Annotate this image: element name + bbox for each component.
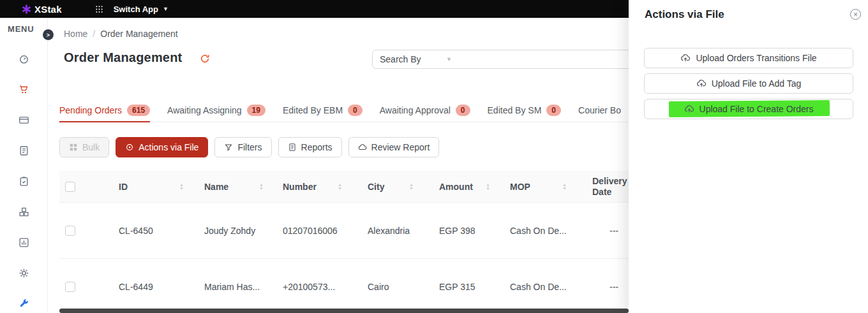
column-header-delivery-date: Delivery Date <box>592 176 631 198</box>
review-report-button[interactable]: Review Report <box>348 137 440 157</box>
sort-icons[interactable]: ▲▼ <box>338 183 342 191</box>
cell-mop: Cash On De... <box>504 259 581 313</box>
page-title: Order Management <box>64 50 182 65</box>
xstak-flower-icon <box>22 4 31 14</box>
upload-file-to-add-tag-button[interactable]: Upload File to Add Tag <box>644 73 853 94</box>
cloud-icon <box>358 143 367 152</box>
switch-app-button[interactable]: Switch App ▼ <box>114 4 168 14</box>
tab-label: Courier Bo <box>578 105 621 115</box>
orders-cart-icon[interactable] <box>19 84 29 95</box>
tab-count-badge: 0 <box>348 105 363 116</box>
cell-id: CL-6449 <box>114 259 198 313</box>
drawer-body: Upload Orders Transitions File Upload Fi… <box>644 48 853 124</box>
refresh-icon[interactable] <box>200 54 210 64</box>
filters-button[interactable]: Filters <box>214 137 271 157</box>
switch-app-label: Switch App <box>114 4 158 14</box>
tab-count-badge: 615 <box>127 105 150 116</box>
upload-file-to-create-orders-label: Upload File to Create Orders <box>700 104 814 114</box>
sort-icons[interactable]: ▲▼ <box>179 183 184 191</box>
actions-via-file-button[interactable]: Actions via File <box>116 137 208 157</box>
drawer-title: Actions via File <box>645 8 724 21</box>
menu-label: MENU <box>8 24 34 34</box>
tab-label: Awaiting Assigning <box>167 105 241 115</box>
inventory-boxes-icon[interactable] <box>19 207 29 217</box>
cell-name: Mariam Has... <box>198 259 278 313</box>
tab-label: Edited By EBM <box>283 105 343 115</box>
breadcrumb-current: Order Management <box>100 29 177 39</box>
search-by-select[interactable]: Search By ▼ <box>372 50 460 69</box>
table-row[interactable]: CL-6450 Joudy Zohdy 01207016006 Alexandr… <box>59 203 631 259</box>
row-checkbox[interactable] <box>65 282 75 292</box>
reports-button[interactable]: Reports <box>278 137 342 157</box>
table-row[interactable]: CL-6449 Mariam Has... +20100573... Cairo… <box>59 259 631 313</box>
tools-wrench-icon[interactable] <box>19 298 29 309</box>
cell-delivery-date: --- <box>581 203 631 258</box>
cell-mop: Cash On De... <box>504 203 581 258</box>
column-header-mop: MOP <box>510 182 530 192</box>
bulk-grid-icon <box>69 143 78 152</box>
select-all-checkbox[interactable] <box>65 182 75 192</box>
cell-delivery-date: --- <box>581 259 631 313</box>
upload-file-to-create-orders-button[interactable]: Upload File to Create Orders <box>644 99 853 119</box>
upload-cloud-icon <box>696 78 707 89</box>
close-icon[interactable]: × <box>850 9 861 20</box>
bulk-label: Bulk <box>82 142 100 152</box>
bulk-button[interactable]: Bulk <box>59 137 109 157</box>
sort-icons[interactable]: ▲▼ <box>562 183 567 191</box>
target-icon <box>125 143 134 152</box>
breadcrumb: Home/Order Management <box>64 29 178 39</box>
cell-amount: EGP 315 <box>428 259 504 313</box>
cell-number: 01207016006 <box>278 203 356 258</box>
sort-icons[interactable]: ▲▼ <box>409 183 414 191</box>
upload-orders-transitions-file-label: Upload Orders Transitions File <box>696 53 816 63</box>
column-header-name: Name <box>204 182 228 192</box>
search-by-label: Search By <box>380 54 421 64</box>
clipboard-check-icon[interactable] <box>19 176 29 187</box>
brand-logo[interactable]: XStak <box>22 4 62 15</box>
cell-city: Cairo <box>356 259 428 313</box>
tab-pending-orders[interactable]: Pending Orders 615 <box>59 99 150 122</box>
row-checkbox[interactable] <box>65 226 75 236</box>
toolbar: Bulk Actions via File Filters Reports Re… <box>59 137 439 157</box>
breadcrumb-home[interactable]: Home <box>64 29 87 39</box>
select-chevron-icon: ▼ <box>446 56 452 62</box>
orders-table: ID▲▼ Name▲▼ Number▲▼ City▲▼ Amount▲▼ MOP… <box>59 171 631 313</box>
column-header-amount: Amount <box>439 182 473 192</box>
tab-label: Awaiting Approval <box>380 105 451 115</box>
tab-edited-by-sm[interactable]: Edited By SM 0 <box>488 99 562 122</box>
apps-grid-icon[interactable] <box>95 5 103 13</box>
filters-label: Filters <box>237 142 262 152</box>
cell-id: CL-6450 <box>114 203 198 258</box>
table-header-row: ID▲▼ Name▲▼ Number▲▼ City▲▼ Amount▲▼ MOP… <box>59 171 631 203</box>
column-header-number: Number <box>283 182 317 192</box>
tab-edited-by-ebm[interactable]: Edited By EBM 0 <box>283 99 363 122</box>
tab-awaiting-approval[interactable]: Awaiting Approval 0 <box>380 99 470 122</box>
tab-count-badge: 19 <box>247 105 266 116</box>
tab-courier-booking[interactable]: Courier Bo <box>578 99 621 122</box>
upload-orders-transitions-file-button[interactable]: Upload Orders Transitions File <box>644 48 853 68</box>
sidebar: MENU <box>0 18 48 313</box>
sidebar-icon-list <box>0 54 48 309</box>
document-icon[interactable] <box>19 145 29 156</box>
tab-awaiting-assigning[interactable]: Awaiting Assigning 19 <box>167 99 266 122</box>
sort-icons[interactable]: ▲▼ <box>486 183 490 191</box>
brand-name: XStak <box>34 4 62 15</box>
actions-via-file-label: Actions via File <box>138 142 198 152</box>
review-report-label: Review Report <box>371 142 430 152</box>
sidebar-collapse-button[interactable]: > <box>43 29 54 40</box>
analytics-chart-icon[interactable] <box>19 237 29 248</box>
dashboard-gauge-icon[interactable] <box>19 54 29 64</box>
upload-cloud-icon <box>680 53 691 63</box>
cell-name: Joudy Zohdy <box>198 203 278 258</box>
app-screen: XStak Switch App ▼ MENU <box>0 0 868 313</box>
upload-cloud-icon <box>684 104 694 114</box>
settings-gear-icon[interactable] <box>19 268 29 279</box>
cell-number: +20100573... <box>278 259 356 313</box>
reports-label: Reports <box>301 142 333 152</box>
tab-count-badge: 0 <box>456 105 470 116</box>
horizontal-scrollbar[interactable] <box>59 309 629 313</box>
billing-card-icon[interactable] <box>19 115 29 126</box>
cell-amount: EGP 398 <box>428 203 504 258</box>
upload-file-to-add-tag-label: Upload File to Add Tag <box>712 78 802 89</box>
sort-icons[interactable]: ▲▼ <box>259 183 264 191</box>
